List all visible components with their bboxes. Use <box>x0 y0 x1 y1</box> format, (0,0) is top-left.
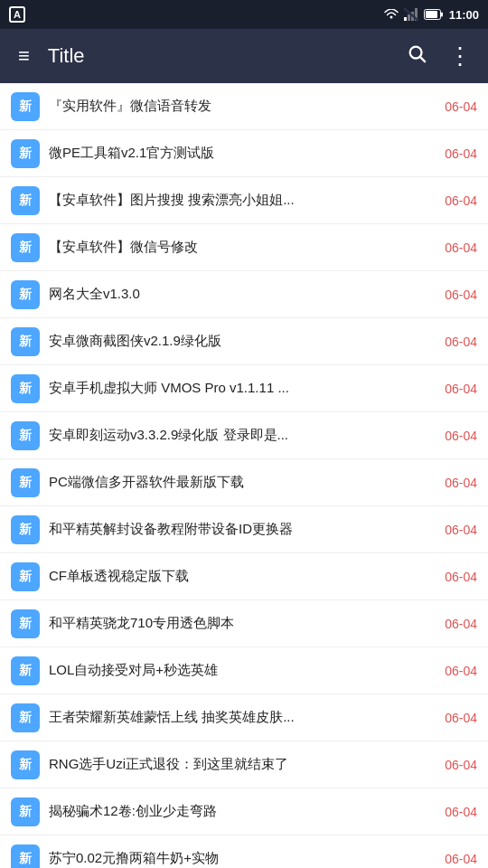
new-badge: 新 <box>11 92 40 121</box>
list-item[interactable]: 新安卓即刻运动v3.3.2.9绿化版 登录即是...06-04 <box>0 412 488 459</box>
new-badge: 新 <box>11 280 40 309</box>
list-item[interactable]: 新CF单板透视稳定版下载06-04 <box>0 553 488 600</box>
new-badge: 新 <box>11 468 40 497</box>
item-date: 06-04 <box>445 805 477 819</box>
more-button[interactable]: ⋮ <box>445 39 474 74</box>
item-title: 安卓手机虚拟大师 VMOS Pro v1.1.11 ... <box>49 380 436 397</box>
new-badge: 新 <box>11 609 40 638</box>
signal-icon <box>404 8 418 21</box>
item-title: 【安卓软件】图片搜搜 搜索漂亮小姐姐... <box>49 192 436 209</box>
svg-rect-0 <box>404 17 407 21</box>
new-badge: 新 <box>11 750 40 779</box>
item-date: 06-04 <box>445 523 477 537</box>
item-title: 网名大全v1.3.0 <box>49 286 436 303</box>
toolbar: ≡ Title ⋮ <box>0 29 488 83</box>
list-item[interactable]: 新网名大全v1.3.006-04 <box>0 271 488 318</box>
item-date: 06-04 <box>445 758 477 772</box>
item-title: 安卓微商截图侠v2.1.9绿化版 <box>49 333 436 350</box>
item-title: LOL自动接受对局+秒选英雄 <box>49 662 436 679</box>
battery-icon <box>424 9 444 20</box>
item-date: 06-04 <box>445 288 477 302</box>
status-left: A <box>9 6 25 23</box>
list-item[interactable]: 新安卓微商截图侠v2.1.9绿化版06-04 <box>0 318 488 365</box>
new-badge: 新 <box>11 186 40 215</box>
item-title: 【安卓软件】微信号修改 <box>49 239 436 256</box>
new-badge: 新 <box>11 139 40 168</box>
status-bar: A 11:00 <box>0 0 488 29</box>
status-right: 11:00 <box>384 8 479 22</box>
item-date: 06-04 <box>445 664 477 678</box>
new-badge: 新 <box>11 844 40 869</box>
item-date: 06-04 <box>445 617 477 631</box>
item-date: 06-04 <box>445 476 477 490</box>
wifi-icon <box>384 9 399 20</box>
item-date: 06-04 <box>445 429 477 443</box>
item-title: 微PE工具箱v2.1官方测试版 <box>49 145 436 162</box>
item-title: 揭秘骗术12卷:创业少走弯路 <box>49 803 436 820</box>
svg-rect-6 <box>426 11 437 18</box>
item-date: 06-04 <box>445 570 477 584</box>
toolbar-title: Title <box>48 44 389 68</box>
item-title: 苏宁0.02元撸两箱牛奶+实物 <box>49 850 436 867</box>
item-date: 06-04 <box>445 711 477 725</box>
article-list: 新『实用软件』微信语音转发06-04新微PE工具箱v2.1官方测试版06-04新… <box>0 83 488 868</box>
list-item[interactable]: 新和平精英解封设备教程附带设备ID更换器06-04 <box>0 506 488 553</box>
item-title: 王者荣耀新英雄蒙恬上线 抽奖英雄皮肤... <box>49 709 436 726</box>
item-date: 06-04 <box>445 382 477 396</box>
item-date: 06-04 <box>445 852 477 866</box>
item-date: 06-04 <box>445 99 477 114</box>
list-item[interactable]: 新『实用软件』微信语音转发06-04 <box>0 83 488 130</box>
new-badge: 新 <box>11 562 40 591</box>
new-badge: 新 <box>11 515 40 544</box>
item-title: 安卓即刻运动v3.3.2.9绿化版 登录即是... <box>49 427 436 444</box>
new-badge: 新 <box>11 656 40 685</box>
item-title: RNG选手Uzi正式退役：到这里就结束了 <box>49 756 436 773</box>
list-item[interactable]: 新RNG选手Uzi正式退役：到这里就结束了06-04 <box>0 741 488 788</box>
new-badge: 新 <box>11 703 40 732</box>
list-item[interactable]: 新【安卓软件】图片搜搜 搜索漂亮小姐姐...06-04 <box>0 177 488 224</box>
svg-rect-7 <box>441 13 443 17</box>
item-date: 06-04 <box>445 241 477 255</box>
list-item[interactable]: 新PC端微信多开器软件最新版下载06-04 <box>0 459 488 506</box>
svg-rect-1 <box>408 14 410 21</box>
list-item[interactable]: 新揭秘骗术12卷:创业少走弯路06-04 <box>0 788 488 835</box>
list-item[interactable]: 新【安卓软件】微信号修改06-04 <box>0 224 488 271</box>
item-title: 『实用软件』微信语音转发 <box>49 98 436 115</box>
menu-button[interactable]: ≡ <box>14 41 33 71</box>
item-title: CF单板透视稳定版下载 <box>49 568 436 585</box>
new-badge: 新 <box>11 233 40 262</box>
new-badge: 新 <box>11 374 40 403</box>
search-button[interactable] <box>403 40 430 72</box>
list-item[interactable]: 新LOL自动接受对局+秒选英雄06-04 <box>0 647 488 694</box>
time-display: 11:00 <box>449 8 479 22</box>
list-item[interactable]: 新安卓手机虚拟大师 VMOS Pro v1.1.11 ...06-04 <box>0 365 488 412</box>
item-title: 和平精英骁龙710专用透色脚本 <box>49 615 436 632</box>
item-title: 和平精英解封设备教程附带设备ID更换器 <box>49 521 436 538</box>
svg-line-9 <box>420 57 425 61</box>
list-item[interactable]: 新苏宁0.02元撸两箱牛奶+实物06-04 <box>0 835 488 868</box>
new-badge: 新 <box>11 797 40 826</box>
item-title: PC端微信多开器软件最新版下载 <box>49 474 436 491</box>
item-date: 06-04 <box>445 146 477 161</box>
list-item[interactable]: 新和平精英骁龙710专用透色脚本06-04 <box>0 600 488 647</box>
item-date: 06-04 <box>445 193 477 208</box>
list-item[interactable]: 新微PE工具箱v2.1官方测试版06-04 <box>0 130 488 177</box>
new-badge: 新 <box>11 327 40 356</box>
item-date: 06-04 <box>445 335 477 349</box>
app-icon: A <box>9 6 25 23</box>
new-badge: 新 <box>11 421 40 450</box>
list-item[interactable]: 新王者荣耀新英雄蒙恬上线 抽奖英雄皮肤...06-04 <box>0 694 488 741</box>
